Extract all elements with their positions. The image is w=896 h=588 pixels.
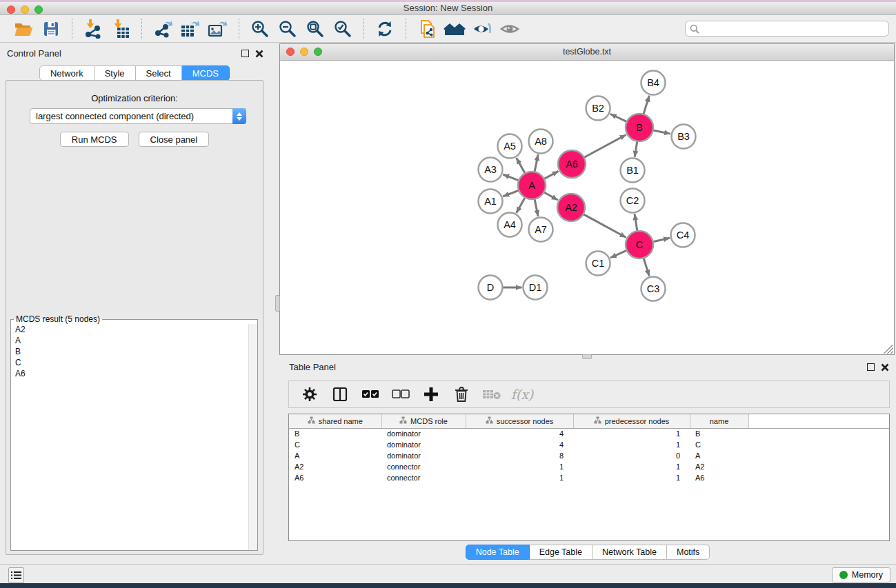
node-C1[interactable]: C1 bbox=[586, 252, 610, 276]
tab-select[interactable]: Select bbox=[136, 65, 182, 81]
edge-C-C4[interactable] bbox=[653, 238, 670, 241]
network-close-button[interactable] bbox=[286, 48, 295, 56]
search-box[interactable] bbox=[685, 21, 889, 37]
delete-column-button[interactable] bbox=[450, 383, 473, 405]
open-session-button[interactable] bbox=[12, 18, 35, 40]
tab-style[interactable]: Style bbox=[94, 65, 136, 81]
edge-A-A8[interactable] bbox=[535, 154, 538, 172]
network-window-titlebar[interactable]: testGlobe.txt bbox=[280, 44, 894, 61]
resize-grip[interactable] bbox=[884, 345, 893, 354]
node-A1[interactable]: A1 bbox=[479, 190, 503, 214]
node-B1[interactable]: B1 bbox=[621, 159, 645, 183]
close-panel-button[interactable]: Close panel bbox=[139, 132, 210, 147]
edge-A-A5[interactable] bbox=[517, 158, 526, 174]
zoom-selected-button[interactable] bbox=[331, 18, 355, 40]
table-row[interactable]: Cdominator41C bbox=[289, 439, 889, 450]
network-minimize-button[interactable] bbox=[300, 48, 308, 56]
float-table-panel-icon[interactable] bbox=[867, 363, 875, 371]
node-D[interactable]: D bbox=[479, 276, 503, 300]
column-header-shared-name[interactable]: shared name bbox=[289, 414, 381, 428]
node-A2[interactable]: A2 bbox=[557, 194, 585, 221]
edge-A-A1[interactable] bbox=[503, 190, 519, 196]
edge-A2-C[interactable] bbox=[584, 214, 626, 238]
node-B2[interactable]: B2 bbox=[586, 97, 610, 121]
edge-B-B4[interactable] bbox=[644, 96, 649, 114]
tab-mcds[interactable]: MCDS bbox=[182, 65, 230, 81]
zoom-fit-button[interactable] bbox=[303, 18, 327, 40]
column-header-name[interactable]: name bbox=[690, 414, 748, 428]
tab-network[interactable]: Network bbox=[39, 65, 94, 81]
import-network-button[interactable] bbox=[81, 18, 105, 40]
home-view-button[interactable] bbox=[443, 18, 466, 40]
duplicate-network-button[interactable] bbox=[415, 18, 439, 40]
result-item[interactable]: A6 bbox=[11, 368, 257, 379]
column-header-successor-nodes[interactable]: successor nodes bbox=[466, 414, 573, 428]
vertical-splitter-handle[interactable] bbox=[275, 295, 280, 312]
result-item[interactable]: B bbox=[11, 346, 257, 357]
network-zoom-button[interactable] bbox=[314, 48, 322, 56]
show-details-button[interactable] bbox=[498, 18, 521, 40]
tab-edge-table[interactable]: Edge Table bbox=[530, 545, 593, 560]
table-row[interactable]: Adominator80A bbox=[289, 450, 889, 461]
node-C2[interactable]: C2 bbox=[621, 189, 645, 213]
float-panel-icon[interactable] bbox=[241, 50, 249, 57]
network-graph[interactable]: B4B2BB3A5A8A6A3AB1A1A2C2A4A7C4CC1DD1C3 bbox=[280, 61, 894, 354]
node-A[interactable]: A bbox=[518, 172, 546, 199]
table-row[interactable]: A6connector11A6 bbox=[289, 472, 889, 483]
table-settings-button[interactable] bbox=[298, 383, 321, 405]
apply-layout-button[interactable] bbox=[373, 18, 397, 40]
node-A4[interactable]: A4 bbox=[498, 213, 522, 237]
node-D1[interactable]: D1 bbox=[524, 276, 548, 300]
node-C4[interactable]: C4 bbox=[671, 223, 695, 247]
result-list-scrollbar[interactable] bbox=[248, 324, 257, 550]
edge-B-B1[interactable] bbox=[635, 141, 637, 157]
edge-A-A6[interactable] bbox=[544, 171, 559, 179]
search-input[interactable] bbox=[699, 24, 884, 34]
select-all-button[interactable] bbox=[359, 383, 382, 405]
table-row[interactable]: Bdominator41B bbox=[289, 428, 889, 439]
hide-details-button[interactable] bbox=[470, 18, 494, 40]
edge-A-A7[interactable] bbox=[535, 199, 538, 216]
close-panel-icon[interactable] bbox=[255, 50, 263, 58]
edge-A-A3[interactable] bbox=[503, 174, 519, 181]
edge-A-A2[interactable] bbox=[544, 192, 557, 200]
column-header-MCDS-role[interactable]: MCDS role bbox=[381, 414, 466, 428]
zoom-out-button[interactable] bbox=[276, 18, 299, 40]
minimize-window-button[interactable] bbox=[21, 6, 29, 14]
node-C[interactable]: C bbox=[626, 231, 653, 258]
tab-node-table[interactable]: Node Table bbox=[466, 545, 530, 560]
result-item[interactable]: A bbox=[11, 335, 257, 346]
table-row[interactable]: A2connector11A2 bbox=[289, 461, 889, 472]
export-network-button[interactable] bbox=[151, 18, 175, 40]
node-A8[interactable]: A8 bbox=[529, 130, 553, 154]
node-A7[interactable]: A7 bbox=[529, 218, 553, 242]
export-image-button[interactable] bbox=[206, 18, 230, 40]
close-window-button[interactable] bbox=[7, 6, 15, 14]
edge-A-A4[interactable] bbox=[517, 197, 526, 213]
edge-C-C3[interactable] bbox=[644, 258, 649, 276]
network-canvas[interactable]: B4B2BB3A5A8A6A3AB1A1A2C2A4A7C4CC1DD1C3 bbox=[280, 61, 894, 354]
result-item[interactable]: A2 bbox=[11, 324, 257, 335]
edge-A6-B[interactable] bbox=[584, 134, 626, 157]
edge-B-B2[interactable] bbox=[610, 114, 627, 121]
edge-C-C2[interactable] bbox=[635, 214, 637, 231]
memory-button[interactable]: Memory bbox=[832, 567, 890, 582]
close-table-panel-icon[interactable] bbox=[881, 363, 889, 372]
save-session-button[interactable] bbox=[39, 18, 63, 40]
result-item[interactable]: C bbox=[11, 357, 257, 368]
tab-network-table[interactable]: Network Table bbox=[593, 545, 667, 560]
node-B3[interactable]: B3 bbox=[672, 125, 696, 149]
node-A5[interactable]: A5 bbox=[498, 134, 522, 159]
show-task-history-button[interactable] bbox=[8, 567, 24, 583]
zoom-window-button[interactable] bbox=[34, 6, 43, 14]
node-B[interactable]: B bbox=[626, 114, 653, 141]
node-A6[interactable]: A6 bbox=[558, 150, 586, 178]
export-table-button[interactable] bbox=[179, 18, 202, 40]
node-B4[interactable]: B4 bbox=[641, 71, 666, 95]
show-columns-button[interactable] bbox=[328, 383, 352, 405]
column-header-predecessor-nodes[interactable]: predecessor nodes bbox=[573, 414, 690, 428]
node-A3[interactable]: A3 bbox=[479, 158, 503, 182]
criterion-select[interactable]: largest connected component (directed) bbox=[30, 108, 246, 124]
zoom-in-button[interactable] bbox=[248, 18, 272, 40]
edge-C-C1[interactable] bbox=[610, 250, 627, 258]
